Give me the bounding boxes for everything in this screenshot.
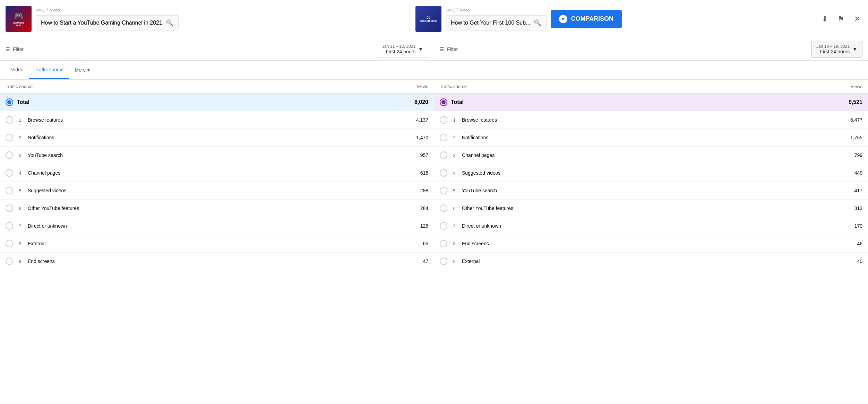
left-row-3[interactable]: 3 YouTube search 957 (0, 147, 434, 164)
right-radio-7[interactable] (440, 222, 447, 230)
right-section: Video (460, 8, 470, 12)
right-filter-label: Filter (447, 46, 458, 52)
right-row-6[interactable]: 6 Other YouTube features 313 (434, 200, 868, 217)
left-video-title: How to Start a YouTube Gaming Channel in… (41, 20, 162, 26)
left-radio-6[interactable] (6, 204, 13, 212)
left-total-row[interactable]: Total 8,020 (0, 94, 434, 111)
right-label-6: Other YouTube features (462, 205, 835, 211)
right-total-radio[interactable] (440, 98, 447, 106)
right-table-header: Traffic source Views (434, 80, 868, 94)
right-radio-2[interactable] (440, 134, 447, 141)
right-row-1[interactable]: 1 Browse features 5,477 (434, 111, 868, 129)
right-row-4[interactable]: 4 Suggested videos 449 (434, 164, 868, 182)
left-col-source-header: Traffic source (6, 84, 401, 89)
right-search-icon[interactable]: 🔍 (534, 19, 541, 27)
left-value-4: 618 (401, 170, 428, 176)
right-value-8: 46 (835, 241, 862, 246)
right-row-7[interactable]: 7 Direct or unknown 170 (434, 217, 868, 235)
left-row-7[interactable]: 7 Direct or unknown 128 (0, 217, 434, 235)
left-date-content: Jan 11 – 12, 2021 First 24 hours (382, 44, 415, 54)
right-row-9[interactable]: 9 External 40 (434, 253, 868, 270)
right-value-5: 417 (835, 188, 862, 193)
right-value-9: 40 (835, 258, 862, 264)
left-radio-2[interactable] (6, 134, 13, 141)
right-radio-6[interactable] (440, 204, 447, 212)
right-row-2[interactable]: 2 Notifications 1,765 (434, 129, 868, 147)
left-num-2: 2 (17, 135, 24, 140)
right-value-6: 313 (835, 205, 862, 211)
tabs-bar: Video Traffic source More ▾ (0, 61, 868, 80)
left-radio-9[interactable] (6, 257, 13, 265)
right-value-7: 170 (835, 223, 862, 229)
left-label-3: YouTube search (28, 152, 401, 158)
tab-video[interactable]: Video (6, 61, 29, 79)
comparison-label: COMPARISON (571, 15, 613, 23)
right-row-3[interactable]: 3 Channel pages 799 (434, 147, 868, 164)
left-value-7: 128 (401, 223, 428, 229)
comparison-x-icon: ✕ (559, 15, 567, 23)
left-date-selector[interactable]: Jan 11 – 12, 2021 First 24 hours ▼ (377, 41, 428, 58)
right-radio-1[interactable] (440, 116, 447, 124)
right-num-4: 4 (451, 170, 458, 176)
left-total-radio[interactable] (6, 98, 13, 106)
left-row-1[interactable]: 1 Browse features 4,137 (0, 111, 434, 129)
left-value-9: 47 (401, 258, 428, 264)
right-radio-4[interactable] (440, 169, 447, 177)
right-breadcrumb: vidIQ / Video (446, 7, 547, 12)
right-num-2: 2 (451, 135, 458, 140)
left-radio-8[interactable] (6, 240, 13, 247)
right-row-5[interactable]: 5 YouTube search 417 (434, 182, 868, 200)
tab-traffic-source[interactable]: Traffic source (29, 61, 69, 79)
left-num-6: 6 (17, 206, 24, 211)
left-row-6[interactable]: 6 Other YouTube features 284 (0, 200, 434, 217)
left-radio-4[interactable] (6, 169, 13, 177)
left-panel: Traffic source Views Total 8,020 1 Brows… (0, 80, 434, 404)
right-row-8[interactable]: 8 End screens 46 (434, 235, 868, 253)
left-total-label: Total (17, 99, 401, 105)
left-radio-5[interactable] (6, 187, 13, 194)
right-label-7: Direct or unknown (462, 223, 835, 229)
comparison-button[interactable]: ✕ COMPARISON (551, 10, 622, 28)
right-radio-3[interactable] (440, 151, 447, 159)
left-num-7: 7 (17, 223, 24, 229)
right-total-row[interactable]: Total 9,521 (434, 94, 868, 111)
left-date-range: Jan 11 – 12, 2021 (382, 44, 415, 49)
left-radio-1[interactable] (6, 116, 13, 124)
left-row-5[interactable]: 5 Suggested videos 288 (0, 182, 434, 200)
right-total-value: 9,521 (835, 99, 862, 105)
right-slash: / (457, 7, 458, 12)
left-video-title-input[interactable]: How to Start a YouTube Gaming Channel in… (36, 15, 179, 30)
right-filter[interactable]: ☰ Filter (440, 46, 458, 52)
right-radio-9[interactable] (440, 257, 447, 265)
right-col-views-header: Views (835, 84, 862, 89)
right-video-thumbnail: 00 SUBSCRIBERS (415, 6, 441, 32)
left-row-2[interactable]: 2 Notifications 1,470 (0, 129, 434, 147)
left-chevron-down-icon: ▼ (418, 46, 423, 52)
right-label-5: YouTube search (462, 188, 835, 193)
left-row-9[interactable]: 9 End screens 47 (0, 253, 434, 270)
more-label: More (75, 67, 86, 73)
right-video-title-input[interactable]: How to Get Your First 100 Sub... 🔍 (446, 15, 547, 30)
right-label-1: Browse features (462, 117, 835, 123)
left-filter-label: Filter (13, 46, 24, 52)
left-row-4[interactable]: 4 Channel pages 618 (0, 164, 434, 182)
left-value-3: 957 (401, 152, 428, 158)
left-filter[interactable]: ☰ Filter (6, 46, 24, 52)
right-radio-8[interactable] (440, 240, 447, 247)
right-date-selector[interactable]: Jan 18 – 19, 2021 First 24 hours ▼ (811, 41, 862, 58)
left-radio-7[interactable] (6, 222, 13, 230)
left-table-header: Traffic source Views (0, 80, 434, 94)
left-radio-3[interactable] (6, 151, 13, 159)
main-content: Traffic source Views Total 8,020 1 Brows… (0, 80, 868, 404)
left-breadcrumb: vidIQ / Video (36, 7, 179, 12)
right-radio-5[interactable] (440, 187, 447, 194)
tab-more[interactable]: More ▾ (69, 62, 95, 78)
right-num-3: 3 (451, 153, 458, 158)
left-row-8[interactable]: 8 External 65 (0, 235, 434, 253)
close-button[interactable]: ✕ (852, 12, 862, 26)
download-button[interactable]: ⬇ (819, 12, 830, 26)
flag-button[interactable]: ⚑ (835, 12, 846, 26)
right-chevron-down-icon: ▼ (852, 46, 857, 52)
right-label-4: Suggested videos (462, 170, 835, 176)
left-search-icon[interactable]: 🔍 (166, 19, 173, 27)
